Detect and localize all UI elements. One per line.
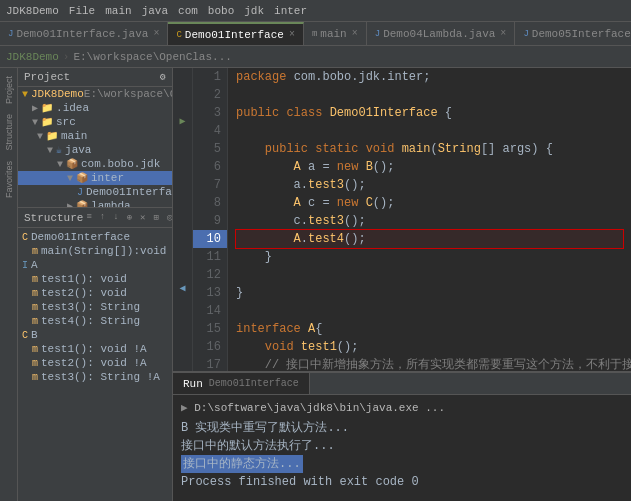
menu-java[interactable]: java bbox=[142, 5, 168, 17]
struct-btn-expand[interactable]: ⊞ bbox=[150, 211, 161, 224]
line-num-1: 1 bbox=[193, 68, 227, 86]
struct-item-a[interactable]: I A bbox=[18, 258, 172, 272]
code-line-13: } bbox=[236, 284, 623, 302]
menu-inter[interactable]: inter bbox=[274, 5, 307, 17]
gutter-run-1[interactable] bbox=[173, 68, 192, 83]
code-line-17: // 接口中新增抽象方法，所有实现类都需要重写这个方法，不利于接口的扩展 bbox=[236, 356, 623, 371]
struct-btn-down[interactable]: ↓ bbox=[110, 211, 121, 224]
struct-label: test4(): String bbox=[41, 315, 140, 327]
code-content[interactable]: package com.bobo.jdk.inter; public class… bbox=[228, 68, 631, 371]
tree-path-label: E:\workspace\OpenClas... bbox=[84, 88, 172, 100]
tab-demo01interface[interactable]: C Demo01Interface × bbox=[168, 22, 303, 45]
code-line-11: } bbox=[236, 248, 623, 266]
gutter-cell-7 bbox=[173, 159, 192, 174]
gutter-interface-arrow: ◀ bbox=[173, 280, 192, 295]
gutter-cell-6 bbox=[173, 144, 192, 159]
tab-icon: J bbox=[523, 29, 528, 39]
struct-label: A bbox=[31, 259, 38, 271]
menu-jdk8demo[interactable]: JDK8Demo bbox=[6, 5, 59, 17]
menu-jdk[interactable]: jdk bbox=[244, 5, 264, 17]
struct-item-main[interactable]: m main(String[]):void bbox=[18, 244, 172, 258]
gutter-cell-12 bbox=[173, 235, 192, 250]
breadcrumb-path[interactable]: E:\workspace\OpenClas... bbox=[73, 51, 231, 63]
vtab-favorites[interactable]: Favorites bbox=[2, 157, 16, 202]
struct-item-demo01interface[interactable]: C Demo01Interface bbox=[18, 230, 172, 244]
gutter-cell-18 bbox=[173, 326, 192, 341]
struct-btn-menu[interactable]: ≡ bbox=[83, 211, 94, 224]
menu-bobo[interactable]: bobo bbox=[208, 5, 234, 17]
struct-item-b-test1[interactable]: m test1(): void !A bbox=[18, 342, 172, 356]
struct-btn-close[interactable]: ✕ bbox=[137, 211, 148, 224]
run-tab-label: Run bbox=[183, 378, 203, 390]
tree-item-java[interactable]: ▼ ☕ java bbox=[18, 143, 172, 157]
arrow-right-icon: ▶ bbox=[67, 200, 73, 207]
line-num-9: 9 bbox=[193, 212, 227, 230]
tree-item-inter[interactable]: ▼ 📦 inter bbox=[18, 171, 172, 185]
tab-close-icon[interactable]: × bbox=[500, 28, 506, 39]
tab-close-icon[interactable]: × bbox=[352, 28, 358, 39]
struct-label: test1(): void !A bbox=[41, 343, 147, 355]
tab-demo04lambda[interactable]: J Demo04Lambda.java × bbox=[367, 22, 516, 45]
tree-item-demo01[interactable]: J Demo01Interface.ja bbox=[18, 185, 172, 199]
struct-item-test3[interactable]: m test3(): String bbox=[18, 300, 172, 314]
tab-label: Demo04Lambda.java bbox=[383, 28, 495, 40]
tree-item-jdk8demo[interactable]: ▼ JDK8Demo E:\workspace\OpenClas... bbox=[18, 87, 172, 101]
struct-item-test4[interactable]: m test4(): String bbox=[18, 314, 172, 328]
code-line-3: public class Demo01Interface { bbox=[236, 104, 623, 122]
struct-item-b[interactable]: C B bbox=[18, 328, 172, 342]
tab-demo01interface-java-1[interactable]: J Demo01Interface.java × bbox=[0, 22, 168, 45]
structure-title: Structure bbox=[24, 212, 83, 224]
struct-btn-add[interactable]: ⊕ bbox=[124, 211, 135, 224]
tab-icon: C bbox=[176, 30, 181, 40]
gutter-run-2[interactable] bbox=[173, 83, 192, 98]
struct-item-test2[interactable]: m test2(): void bbox=[18, 286, 172, 300]
struct-label: B bbox=[31, 329, 38, 341]
tab-close-icon[interactable]: × bbox=[153, 28, 159, 39]
menu-file[interactable]: File bbox=[69, 5, 95, 17]
struct-item-b-test2[interactable]: m test2(): void !A bbox=[18, 356, 172, 370]
tree-item-idea[interactable]: ▶ 📁 .idea bbox=[18, 101, 172, 115]
tree-item-label: src bbox=[56, 116, 76, 128]
gutter-cell-16 bbox=[173, 295, 192, 310]
tab-close-icon[interactable]: × bbox=[289, 29, 295, 40]
tab-main[interactable]: m main × bbox=[304, 22, 367, 45]
line-num-3: 3 bbox=[193, 104, 227, 122]
btab-run[interactable]: Run Demo01Interface bbox=[173, 373, 310, 394]
editor-content[interactable]: ▶ ◀ 1 2 3 bbox=[173, 68, 631, 371]
code-line-9: c.test3(); bbox=[236, 212, 623, 230]
gutter-run-3[interactable] bbox=[173, 98, 192, 113]
tab-icon: J bbox=[375, 29, 380, 39]
gutter-run-main[interactable]: ▶ bbox=[173, 113, 192, 128]
menu-main[interactable]: main bbox=[105, 5, 131, 17]
tab-icon: J bbox=[8, 29, 13, 39]
gutter-cell-17 bbox=[173, 311, 192, 326]
code-line-15: interface A{ bbox=[236, 320, 623, 338]
struct-item-test1[interactable]: m test1(): void bbox=[18, 272, 172, 286]
vtab-project[interactable]: Project bbox=[2, 72, 16, 108]
vtab-structure[interactable]: Structure bbox=[2, 110, 16, 155]
menu-com[interactable]: com bbox=[178, 5, 198, 17]
breadcrumb-project[interactable]: JDK8Demo bbox=[6, 51, 59, 63]
tree-item-lambda[interactable]: ▶ 📦 lambda bbox=[18, 199, 172, 207]
struct-item-b-test3[interactable]: m test3(): String !A bbox=[18, 370, 172, 384]
run-tab-name: Demo01Interface bbox=[209, 378, 299, 389]
tree-item-label: inter bbox=[91, 172, 124, 184]
structure-toolbar: ≡ ↑ ↓ ⊕ ✕ ⊞ ◎ A bbox=[83, 211, 173, 224]
output-line-5: Process finished with exit code 0 bbox=[181, 473, 623, 491]
code-line-6: A a = new B(); bbox=[236, 158, 623, 176]
line-num-5: 5 bbox=[193, 140, 227, 158]
struct-label: test3(): String bbox=[41, 301, 140, 313]
tree-item-src[interactable]: ▼ 📁 src bbox=[18, 115, 172, 129]
arrow-down-icon: ▼ bbox=[32, 117, 38, 128]
project-settings-icon[interactable]: ⚙ bbox=[160, 71, 166, 83]
code-line-7: a.test3(); bbox=[236, 176, 623, 194]
gutter-cell-20 bbox=[173, 356, 192, 371]
tab-demo05interface[interactable]: J Demo05Interface.java × bbox=[515, 22, 631, 45]
line-num-7: 7 bbox=[193, 176, 227, 194]
package-icon: 📦 bbox=[76, 172, 88, 184]
line-num-2: 2 bbox=[193, 86, 227, 104]
tree-item-main[interactable]: ▼ 📁 main bbox=[18, 129, 172, 143]
struct-btn-up[interactable]: ↑ bbox=[97, 211, 108, 224]
struct-btn-settings[interactable]: ◎ bbox=[164, 211, 173, 224]
tree-item-com-bobo-jdk[interactable]: ▼ 📦 com.bobo.jdk bbox=[18, 157, 172, 171]
